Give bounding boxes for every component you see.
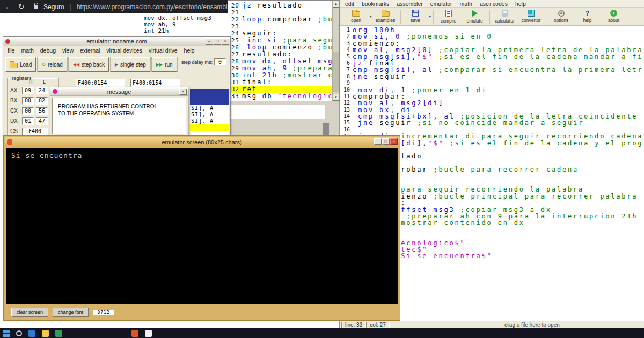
menu-item-virtual-drive[interactable]: virtual drive	[145, 47, 181, 54]
menu-item-edit[interactable]: edit	[341, 1, 358, 7]
step-delay-value[interactable]: 0	[214, 58, 226, 65]
toolbar-button-label: emulate	[466, 18, 482, 24]
edge-app-icon[interactable]	[28, 330, 35, 337]
register-value-l[interactable]: 47	[36, 117, 48, 125]
cs-ip-field-1[interactable]: F400:0154	[76, 79, 125, 87]
load-button[interactable]: Load	[5, 57, 36, 72]
single-step-button[interactable]: ▶single step	[111, 57, 150, 72]
options-icon	[558, 10, 565, 17]
start-button[interactable]	[3, 330, 10, 337]
compile-button[interactable]: compile	[435, 8, 462, 25]
register-value-l[interactable]: 56	[36, 107, 48, 115]
emu8086-app-icon[interactable]	[131, 330, 138, 337]
dropdown-arrow-icon[interactable]: ▾	[429, 14, 432, 19]
register-value-l[interactable]: 24	[36, 87, 48, 94]
back-icon[interactable]: ←	[4, 3, 12, 11]
message-dialog-body: PROGRAM HAS RETURNED CONTROL TO THE OPER…	[52, 98, 186, 134]
floppy-icon	[412, 10, 419, 17]
register-value-h[interactable]: 01	[22, 117, 34, 125]
notepad-app-icon[interactable]	[145, 330, 152, 337]
console-counter-field[interactable]: 0712	[93, 310, 114, 315]
open-button[interactable]: open	[343, 8, 369, 25]
menu-item-assembler[interactable]: assembler	[393, 1, 426, 7]
code-line[interactable]: 33msg db "tecnologico$"	[228, 93, 332, 100]
options-button[interactable]: options	[548, 8, 574, 25]
minimize-button[interactable]: –	[206, 38, 213, 45]
maximize-button[interactable]: □	[214, 38, 221, 45]
menu-item-view[interactable]: view	[59, 47, 77, 54]
register-value-h[interactable]: 00	[22, 97, 34, 105]
save-button[interactable]: save	[402, 8, 429, 25]
menu-item-emulator[interactable]: emulator	[427, 1, 456, 7]
menu-item-bookmarks[interactable]: bookmarks	[358, 1, 393, 7]
code-line[interactable]: 20jz resultado	[228, 2, 332, 9]
viewer-scrollbar[interactable]: ▲ ▼	[332, 1, 339, 101]
menu-item-help[interactable]: help	[181, 47, 198, 54]
toolbar-button-label: single step	[120, 62, 146, 68]
menu-item-help[interactable]: help	[511, 1, 530, 7]
code-line[interactable]: 22loop comprobar ;bucle para recorrer ca…	[228, 16, 332, 23]
line-number: 21	[228, 9, 242, 16]
step-back-button[interactable]: ◀◀step back	[69, 57, 109, 72]
excel-app-icon[interactable]	[55, 330, 62, 337]
disassembly-current-row[interactable]	[190, 124, 229, 131]
scroll-down-icon[interactable]: ▼	[333, 94, 339, 101]
help-button[interactable]: ?help	[574, 8, 601, 25]
register-value-h[interactable]: 09	[22, 87, 34, 94]
change-font-button[interactable]: change font	[53, 308, 89, 317]
search-app-icon[interactable]	[16, 330, 22, 336]
drag-file-dropzone[interactable]: drag a file here to open	[422, 322, 642, 328]
disassembly-selected-row[interactable]	[190, 89, 229, 105]
run-button[interactable]: ▶▶run	[152, 57, 177, 72]
console-minimize-button[interactable]: –	[374, 138, 382, 145]
convertor-button[interactable]: convertor	[518, 8, 544, 25]
menu-item-virtual-devices[interactable]: virtual devices	[103, 47, 145, 54]
register-value-h[interactable]: 00	[22, 107, 34, 115]
disassembly-row[interactable]: SI], A	[190, 105, 229, 112]
url-text[interactable]: https://www.programacion.com.py/escritor…	[77, 3, 231, 11]
menu-item-debug[interactable]: debug	[37, 47, 59, 54]
menu-item-file[interactable]: file	[4, 47, 18, 54]
reload-button[interactable]: ↻reload	[38, 57, 67, 72]
code-line[interactable]: 15 jne seguir ;si no coincide mandar a s…	[340, 120, 644, 126]
console-title-bar[interactable]: emulator screen (80x25 chars)	[5, 137, 399, 147]
menu-item-external[interactable]: external	[77, 47, 103, 54]
console-maximize-button[interactable]: □	[382, 138, 390, 145]
reload-icon[interactable]: ↻	[17, 3, 25, 11]
calculator-button[interactable]: calculator	[492, 8, 518, 25]
code-line[interactable]: 8jne seguir	[340, 74, 644, 80]
emulator-title-bar[interactable]: emulator: noname.com	[3, 37, 230, 46]
console-close-button[interactable]: ×	[390, 138, 398, 145]
close-button[interactable]: ×	[222, 38, 229, 45]
line-number: 6	[340, 60, 353, 67]
menu-item-ascii-codes[interactable]: ascii codes	[476, 1, 511, 7]
menu-item-math[interactable]: math	[456, 1, 476, 7]
menu-item-math[interactable]: math	[18, 47, 36, 54]
message-dialog-icon	[53, 89, 57, 94]
about-button[interactable]: iabout	[601, 8, 627, 25]
message-title-bar[interactable]: message	[50, 87, 188, 96]
toolbar-button-label: reload	[48, 62, 63, 68]
toolbar-button-label: about	[608, 18, 619, 23]
file-explorer-app-icon[interactable]	[42, 330, 49, 337]
source-viewer-code[interactable]: 20jz resultado2122loop comprobar ;bucle …	[228, 2, 339, 100]
message-close-button[interactable]: ×	[179, 89, 187, 95]
viewer-panel-scroll-thumb[interactable]	[323, 123, 329, 135]
register-value-cs[interactable]: F400	[22, 128, 48, 135]
disassembly-row[interactable]: SI], A	[190, 118, 229, 124]
step-delay-control: step delay ms: 0	[181, 58, 226, 65]
disassembly-row[interactable]: SI], A	[190, 112, 229, 118]
disassembly-panel[interactable]: SI], ASI], ASI], A	[190, 89, 229, 143]
register-value-l[interactable]: 02	[36, 97, 48, 105]
register-col-h: H	[29, 79, 33, 85]
source-viewer-window[interactable]: 20jz resultado2122loop comprobar ;bucle …	[228, 0, 340, 101]
clear-screen-button[interactable]: clear screen	[11, 308, 48, 317]
scrollbar-thumb[interactable]	[333, 52, 339, 92]
examples-button[interactable]: examples	[372, 8, 399, 25]
scroll-up-icon[interactable]: ▲	[333, 1, 339, 8]
console-screen[interactable]: Si se encuentra	[6, 148, 398, 304]
run-icon: ▶▶	[156, 62, 163, 67]
emulate-button[interactable]: emulate	[462, 8, 488, 25]
cs-ip-field-2[interactable]: F400:0154	[130, 79, 180, 87]
line-number: 13	[340, 107, 353, 113]
